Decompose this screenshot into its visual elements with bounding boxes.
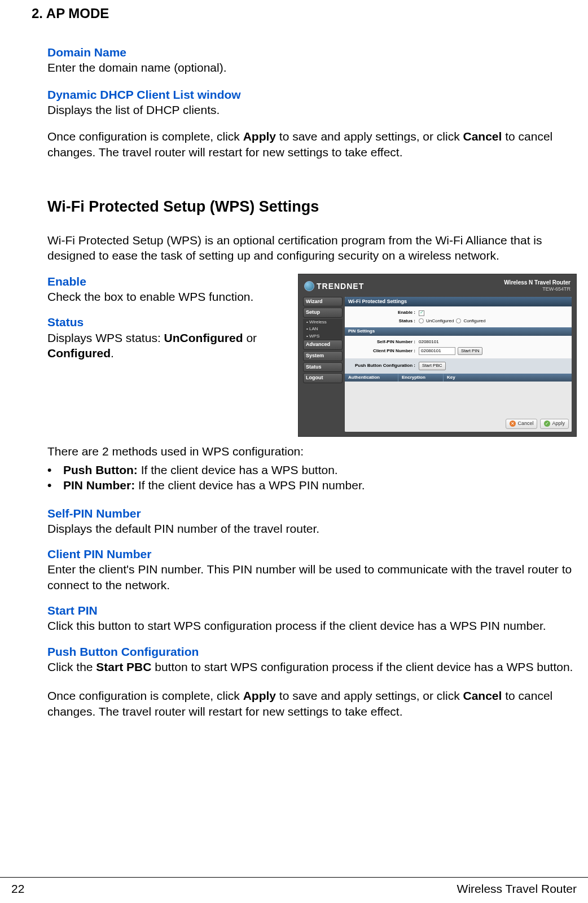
pbc-label: Push Button Configuration bbox=[47, 644, 577, 659]
nav-setup[interactable]: Setup bbox=[303, 308, 343, 318]
pbc-desc: Click the Start PBC button to start WPS … bbox=[47, 659, 577, 674]
nav-wps[interactable]: • WPS bbox=[303, 333, 343, 340]
device-title: Wireless N Travel Router TEW-654TR bbox=[504, 279, 571, 293]
startpin-label: Start PIN bbox=[47, 603, 577, 618]
footer-title: Wireless Travel Router bbox=[457, 878, 577, 896]
cancel-icon: ✕ bbox=[510, 420, 516, 427]
main-panel: Wi-Fi Protected Settings Enable : ✓ Stat… bbox=[345, 297, 572, 432]
domain-name-label: Domain Name bbox=[47, 45, 577, 60]
clientpin-label: Client PIN Number bbox=[47, 546, 577, 562]
enable-desc: Check the box to enable WPS function. bbox=[47, 289, 292, 304]
wps-screenshot: TRENDNET Wireless N Travel Router TEW-65… bbox=[298, 274, 577, 437]
row-enable-label: Enable : bbox=[348, 310, 419, 315]
selfpin-desc: Displays the default PIN number of the t… bbox=[47, 521, 577, 536]
row-pbc-label: Push Button Configuration : bbox=[348, 363, 419, 369]
radio-configured[interactable] bbox=[456, 318, 461, 323]
status-label: Status bbox=[47, 314, 292, 330]
brand-logo: TRENDNET bbox=[304, 281, 364, 291]
radio-unconfigured-label: UnConfigured bbox=[426, 318, 454, 324]
methods-intro: There are 2 methods used in WPS configur… bbox=[47, 444, 577, 459]
methods-list: •Push Button: If the client device has a… bbox=[47, 462, 577, 493]
nav-lan[interactable]: • LAN bbox=[303, 326, 343, 332]
nav-wizard[interactable]: Wizard bbox=[303, 297, 343, 307]
wps-heading: Wi-Fi Protected Setup (WPS) Settings bbox=[47, 197, 577, 217]
page-number: 22 bbox=[11, 878, 24, 896]
apply-button[interactable]: ✓ Apply bbox=[540, 419, 569, 429]
page-footer: 22 Wireless Travel Router bbox=[0, 877, 588, 896]
chapter-heading: 2. AP MODE bbox=[32, 5, 577, 22]
enable-label: Enable bbox=[47, 274, 292, 289]
enable-checkbox[interactable]: ✓ bbox=[419, 310, 424, 316]
wps-intro: Wi-Fi Protected Setup (WPS) is an option… bbox=[47, 233, 577, 264]
status-desc: Displays WPS status: UnConfigured or Con… bbox=[47, 330, 292, 361]
pin-settings-header: PIN Settings bbox=[345, 327, 572, 335]
nav-system[interactable]: System bbox=[303, 351, 343, 361]
start-pin-button[interactable]: Start PIN bbox=[458, 347, 482, 355]
nav-wireless[interactable]: • Wireless bbox=[303, 319, 343, 326]
cancel-button[interactable]: ✕ Cancel bbox=[506, 419, 537, 429]
apply-note-2: Once configuration is complete, click Ap… bbox=[47, 688, 577, 719]
apply-icon: ✓ bbox=[544, 420, 550, 427]
start-pbc-button[interactable]: Start PBC bbox=[419, 362, 446, 370]
radio-unconfigured[interactable] bbox=[419, 318, 424, 323]
dhcp-list-label: Dynamic DHCP Client List window bbox=[47, 87, 577, 102]
domain-name-desc: Enter the domain name (optional). bbox=[47, 60, 577, 75]
selfpin-value: 02080101 bbox=[419, 339, 439, 345]
radio-configured-label: Configured bbox=[463, 318, 485, 324]
side-nav: Wizard Setup • Wireless • LAN • WPS Adva… bbox=[303, 297, 343, 432]
startpin-desc: Click this button to start WPS configura… bbox=[47, 618, 577, 633]
panel-title: Wi-Fi Protected Settings bbox=[345, 297, 572, 307]
apply-note-1: Once configuration is complete, click Ap… bbox=[47, 129, 577, 160]
nav-advanced[interactable]: Advanced bbox=[303, 340, 343, 350]
row-clientpin-label: Client PIN Number : bbox=[348, 348, 419, 354]
clientpin-desc: Enter the client's PIN number. This PIN … bbox=[47, 562, 577, 593]
auth-table-header: Authentication Encryption Key bbox=[345, 374, 572, 382]
row-selfpin-label: Self-PIN Number : bbox=[348, 339, 419, 345]
clientpin-input[interactable]: 02080101 bbox=[419, 347, 455, 355]
selfpin-label: Self-PIN Number bbox=[47, 506, 577, 521]
nav-status[interactable]: Status bbox=[303, 362, 343, 372]
nav-logout[interactable]: Logout bbox=[303, 373, 343, 383]
row-status-label: Status : bbox=[348, 318, 419, 324]
dhcp-list-desc: Displays the list of DHCP clients. bbox=[47, 102, 577, 117]
globe-icon bbox=[304, 281, 314, 291]
